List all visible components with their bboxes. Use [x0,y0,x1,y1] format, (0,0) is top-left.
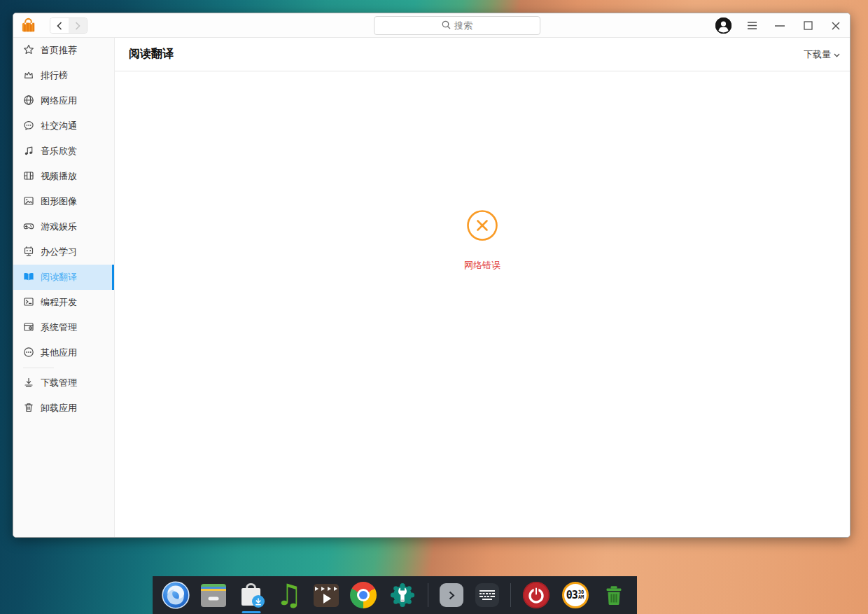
study-icon [23,246,34,259]
sidebar-item-label: 系统管理 [41,321,77,334]
sidebar-item-label: 网络应用 [41,95,77,107]
sidebar-item-label: 卸载应用 [41,402,77,414]
search-icon [442,20,451,32]
sidebar-item[interactable]: 游戏娱乐 [13,214,114,239]
sidebar-item-label: 视频播放 [41,170,77,183]
sidebar-item[interactable]: 音乐欣赏 [13,139,114,164]
error-circle-x-icon [466,209,498,244]
dock-divider [510,583,511,607]
sort-dropdown[interactable]: 下载量 [804,48,840,61]
active-app-indicator [241,611,260,613]
code-icon [23,296,34,309]
sidebar-item[interactable]: 排行榜 [13,63,114,88]
sidebar-item[interactable]: 其他应用 [13,340,114,365]
chrome-icon[interactable] [350,576,377,614]
chevron-down-icon [834,49,840,60]
sidebar-item-label: 办公学习 [41,246,77,258]
user-avatar[interactable] [715,18,732,34]
search-placeholder: 搜索 [454,20,472,32]
sidebar-item-label: 音乐欣赏 [41,145,77,158]
chat-icon [23,120,34,133]
deepin-launcher-icon[interactable] [162,576,190,614]
sidebar-item[interactable]: 阅读翻译 [13,265,114,290]
sidebar-item-label: 其他应用 [41,347,77,359]
minimize-button[interactable] [766,13,794,38]
network-error-block: 网络错误 [115,209,850,272]
search-input[interactable]: 搜索 [374,16,540,35]
back-button[interactable] [50,18,69,33]
sidebar-item-label: 图形图像 [41,195,77,208]
app-store-logo-icon [20,18,36,34]
clock-icon[interactable]: 0330AM [562,576,589,614]
sidebar-item[interactable]: 卸载应用 [13,396,114,421]
menu-button[interactable] [738,13,766,38]
sidebar-item[interactable]: 网络应用 [13,88,114,113]
sidebar-item-label: 社交沟通 [41,120,77,132]
crown-icon [23,69,34,83]
close-button[interactable] [822,13,850,38]
sidebar-item[interactable]: 下载管理 [13,370,114,396]
control-center-icon[interactable] [388,576,416,614]
dock: ♫ 0330AM [153,576,637,614]
sidebar-item[interactable]: 系统管理 [13,315,114,340]
sidebar-item-label: 下载管理 [41,377,77,389]
sidebar-item[interactable]: 视频播放 [13,164,114,189]
sidebar-item-label: 首页推荐 [41,44,77,57]
sidebar-item-label: 游戏娱乐 [41,221,77,233]
sidebar-item-label: 排行榜 [41,69,68,82]
sidebar-item[interactable]: 办公学习 [13,239,114,265]
file-manager-icon[interactable] [201,576,226,614]
music-icon [23,145,34,158]
sidebar-item[interactable]: 首页推荐 [13,38,114,63]
content-area: 阅读翻译 下载量 网络错误 [115,38,850,537]
sidebar-item[interactable]: 社交沟通 [13,113,114,139]
page-title: 阅读翻译 [129,47,174,62]
maximize-button[interactable] [794,13,822,38]
virtual-keyboard-icon[interactable] [475,576,499,614]
titlebar: 搜索 [13,13,850,38]
music-player-icon[interactable]: ♫ [276,576,302,614]
trash-icon [23,402,34,415]
error-message: 网络错误 [464,259,500,272]
sidebar-item[interactable]: 编程开发 [13,290,114,315]
more-icon [23,347,34,360]
video-icon [23,170,34,183]
sidebar-item-label: 编程开发 [41,296,77,309]
sidebar-item-label: 阅读翻译 [41,271,77,284]
forward-button[interactable] [69,18,87,33]
system-icon [23,321,34,335]
app-store-window: 搜索 首页推荐排行榜网络应用社交沟通音乐欣赏视频播放图形图像游戏娱乐办公学习阅读… [13,13,850,538]
shutdown-icon[interactable] [522,576,550,614]
sidebar-divider [23,368,54,368]
image-icon [23,195,34,209]
app-store-icon[interactable] [238,576,265,614]
trash-icon[interactable] [600,576,628,614]
star-icon [23,44,34,57]
show-desktop-icon[interactable] [440,576,463,614]
download-icon [23,377,34,390]
history-nav [50,18,88,34]
category-sidebar: 首页推荐排行榜网络应用社交沟通音乐欣赏视频播放图形图像游戏娱乐办公学习阅读翻译编… [13,38,115,537]
dock-divider [428,583,428,607]
globe-icon [23,95,34,108]
gamepad-icon [23,221,34,234]
movie-player-icon[interactable] [314,576,339,614]
book-icon [23,271,34,284]
sidebar-item[interactable]: 图形图像 [13,189,114,214]
sort-label: 下载量 [804,48,831,61]
